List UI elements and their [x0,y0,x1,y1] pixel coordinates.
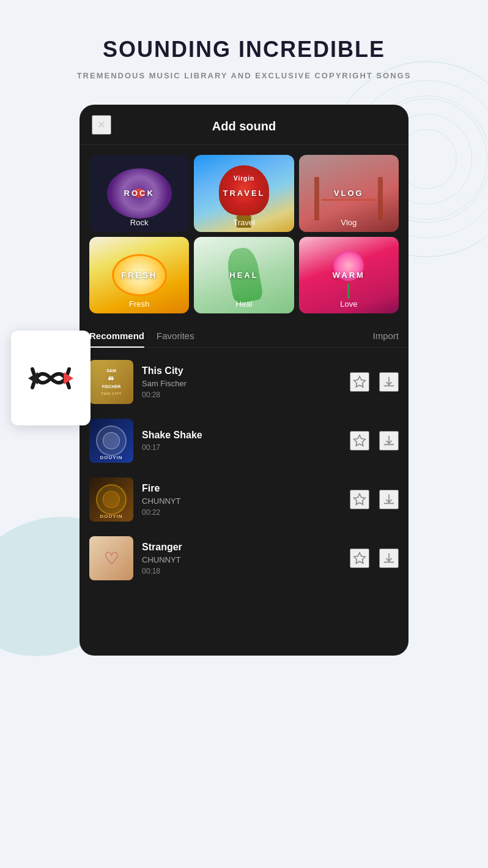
song-info-fire: Fire CHUNNYT 00:22 [142,483,341,517]
svg-marker-2 [354,494,365,504]
page-title: SOUNDING INCREDIBLE [24,37,464,62]
genre-item-love[interactable]: WARM Love [299,237,399,314]
genre-item-vlog[interactable]: VLOG Vlog [299,155,399,232]
add-sound-card: × Add sound ROCK Rock Virgin [79,105,409,656]
song-title-stranger: Stranger [142,542,341,553]
download-button-this-city[interactable] [379,372,399,392]
favorite-button-stranger[interactable] [350,548,369,568]
download-icon [382,375,396,389]
song-title-shake-shake: Shake Shake [142,430,341,441]
song-info-stranger: Stranger CHUNNYT 00:18 [142,542,341,575]
download-icon [382,434,396,447]
music-tabs: Recommend Favorites Import [79,323,409,348]
card-header: × Add sound [79,105,409,145]
song-artist-stranger: CHUNNYT [142,555,341,564]
song-actions-this-city [350,372,399,392]
song-item-stranger[interactable]: ♡ Stranger CHUNNYT 00:18 [79,529,409,588]
song-thumb-shake-shake: DOUYIN [89,419,133,463]
song-actions-stranger [350,548,399,568]
song-info-shake-shake: Shake Shake 00:17 [142,430,341,452]
svg-marker-3 [354,553,365,563]
tab-import[interactable]: Import [372,331,399,347]
song-item-this-city[interactable]: SAM 🕶 FISCHER THIS CITY This City Sam Fi… [79,353,409,411]
star-icon [353,552,366,565]
genre-item-travel[interactable]: Virgin TRAVEL Travel [194,155,294,232]
song-thumb-stranger: ♡ [89,536,133,580]
page-header: SOUNDING INCREDIBLE TREMENDOUS MUSIC LIB… [0,0,488,99]
song-artist-this-city: Sam Fischer [142,379,341,388]
download-button-stranger[interactable] [379,548,399,568]
song-duration-stranger: 00:18 [142,567,341,575]
song-actions-shake-shake [350,431,399,451]
favorite-button-shake-shake[interactable] [350,431,369,451]
song-info-this-city: This City Sam Fischer 00:28 [142,365,341,399]
genre-item-heal[interactable]: HEAL Heal [194,237,294,314]
download-icon [382,493,396,506]
floating-logo-card [11,331,91,425]
favorite-button-this-city[interactable] [350,372,369,392]
download-icon [382,552,396,565]
song-duration-shake-shake: 00:17 [142,443,341,452]
card-title: Add sound [212,119,276,133]
song-title-this-city: This City [142,365,341,376]
genre-item-rock[interactable]: ROCK Rock [89,155,189,232]
song-item-shake-shake[interactable]: DOUYIN Shake Shake 00:17 [79,411,409,470]
genre-grid: ROCK Rock Virgin TRAVEL Travel [79,145,409,323]
fresh-label: FRESH [121,271,157,280]
star-icon [353,493,366,506]
tab-favorites[interactable]: Favorites [157,331,194,347]
heal-label: HEAL [229,271,258,280]
song-actions-fire [350,490,399,509]
love-name: Love [299,299,399,309]
song-duration-this-city: 00:28 [142,391,341,399]
rock-name: Rock [89,218,189,227]
rock-label: ROCK [124,189,155,198]
star-icon [353,434,366,447]
favorite-button-fire[interactable] [350,490,369,509]
close-button[interactable]: × [92,115,111,135]
song-thumb-fire: DOUYIN [89,477,133,522]
tab-spacer [207,331,361,347]
page-subtitle: TREMENDOUS MUSIC LIBRARY AND EXCLUSIVE C… [24,71,464,80]
song-duration-fire: 00:22 [142,508,341,517]
star-icon [353,375,366,389]
love-label: WARM [333,271,365,280]
genre-item-fresh[interactable]: FRESH Fresh [89,237,189,314]
fresh-name: Fresh [89,299,189,309]
travel-name: Travel [194,218,294,227]
play-right-icon [64,372,73,384]
tab-recommend[interactable]: Recommend [89,331,144,347]
download-button-fire[interactable] [379,490,399,509]
vlog-label: VLOG [334,189,364,198]
song-item-fire[interactable]: DOUYIN Fire CHUNNYT 00:22 [79,470,409,529]
song-list: SAM 🕶 FISCHER THIS CITY This City Sam Fi… [79,348,409,593]
download-button-shake-shake[interactable] [379,431,399,451]
heal-name: Heal [194,299,294,309]
travel-label: TRAVEL [223,189,265,198]
song-thumb-this-city: SAM 🕶 FISCHER THIS CITY [89,360,133,404]
svg-marker-0 [354,376,365,387]
vlog-name: Vlog [299,218,399,227]
svg-marker-1 [354,435,365,446]
play-left-icon [28,372,38,384]
song-artist-fire: CHUNNYT [142,496,341,506]
song-title-fire: Fire [142,483,341,494]
